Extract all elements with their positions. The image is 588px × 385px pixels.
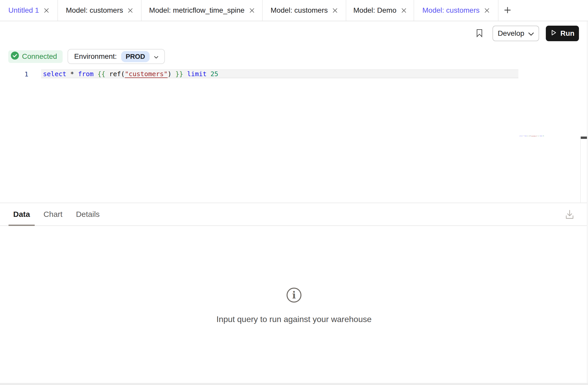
minimap-code-line: select * from {{ ref("customers") }} lim… xyxy=(519,136,528,137)
play-icon xyxy=(550,29,557,38)
empty-state: i Input query to run against your wareho… xyxy=(0,287,588,324)
new-tab-button[interactable] xyxy=(498,0,517,21)
editor-minimap[interactable]: select * from {{ ref("customers") }} lim… xyxy=(519,136,578,143)
status-row: Connected Environment: PROD xyxy=(8,49,165,64)
download-results-button[interactable] xyxy=(565,209,575,220)
code-token: {{ xyxy=(98,70,105,78)
close-tab-icon[interactable] xyxy=(332,8,338,13)
close-tab-icon[interactable] xyxy=(44,8,49,13)
tab-label: Model: customers xyxy=(422,6,480,15)
bookmark-icon xyxy=(476,29,483,38)
tab-untitled-1[interactable]: Untitled 1 xyxy=(0,0,58,21)
code-token: 25 xyxy=(210,70,218,78)
code-token xyxy=(94,70,98,78)
results-panel: Data Chart Details i Input query to run … xyxy=(0,203,588,383)
run-button[interactable]: Run xyxy=(546,26,579,41)
code-token: from xyxy=(78,70,93,78)
code-token: * xyxy=(66,70,78,78)
tab-label: Model: metricflow_time_spine xyxy=(149,6,245,15)
tab-chart[interactable]: Chart xyxy=(39,203,67,225)
tab-model-customers-3[interactable]: Model: customers xyxy=(414,0,498,21)
line-number: 1 xyxy=(22,70,31,78)
bookmark-button[interactable] xyxy=(476,29,483,38)
run-button-label: Run xyxy=(560,29,574,38)
tab-model-metricflow-time-spine[interactable]: Model: metricflow_time_spine xyxy=(142,0,263,21)
ref-link[interactable]: "customers" xyxy=(125,70,168,78)
window-scrollbar-gutter[interactable] xyxy=(587,21,588,383)
plus-icon xyxy=(503,6,512,15)
code-token xyxy=(207,70,210,78)
empty-state-message: Input query to run against your warehous… xyxy=(216,315,371,324)
environment-selector[interactable]: Environment: PROD xyxy=(68,49,165,64)
tab-model-customers-1[interactable]: Model: customers xyxy=(58,0,142,21)
code-token: ref( xyxy=(105,70,125,78)
tab-model-demo[interactable]: Model: Demo xyxy=(346,0,414,21)
environment-value-pill: PROD xyxy=(121,51,149,62)
connection-status-badge: Connected xyxy=(8,50,63,63)
scrollbar-thumb[interactable] xyxy=(581,137,587,139)
code-token: ) xyxy=(168,70,175,78)
develop-button-label: Develop xyxy=(498,29,524,38)
code-token: select xyxy=(43,70,66,78)
tab-label: Untitled 1 xyxy=(8,6,39,15)
tab-label: Model: customers xyxy=(271,6,328,15)
svg-text:i: i xyxy=(292,289,296,301)
close-tab-icon[interactable] xyxy=(249,8,255,13)
close-tab-icon[interactable] xyxy=(484,8,490,13)
results-tab-label: Chart xyxy=(43,210,62,219)
tab-label: Model: customers xyxy=(66,6,123,15)
chevron-down-icon xyxy=(154,52,158,61)
tab-data[interactable]: Data xyxy=(9,203,35,225)
connection-status-label: Connected xyxy=(22,52,57,61)
tab-label: Model: Demo xyxy=(353,6,396,15)
bottom-divider xyxy=(0,383,588,385)
results-tab-label: Data xyxy=(13,210,30,219)
code-token: limit xyxy=(187,70,207,78)
develop-button[interactable]: Develop xyxy=(493,26,539,41)
results-tab-bar: Data Chart Details xyxy=(0,203,588,226)
close-tab-icon[interactable] xyxy=(401,8,407,13)
check-circle-icon xyxy=(11,52,19,61)
tab-details[interactable]: Details xyxy=(71,203,104,225)
download-icon xyxy=(565,217,575,220)
code-line[interactable]: select * from {{ ref("customers") }} lim… xyxy=(43,70,218,78)
tab-bar: Untitled 1 Model: customers Model: metri… xyxy=(0,0,588,21)
results-tab-label: Details xyxy=(76,210,100,219)
environment-label: Environment: xyxy=(74,52,117,61)
info-circle-icon: i xyxy=(286,287,302,304)
code-token: }} xyxy=(175,70,183,78)
dbt-ide-window: Untitled 1 Model: customers Model: metri… xyxy=(0,0,588,385)
code-token xyxy=(183,70,187,78)
close-tab-icon[interactable] xyxy=(128,8,133,13)
chevron-down-icon xyxy=(528,29,534,38)
editor-toolbar: Develop Run xyxy=(0,22,588,45)
sql-code-editor[interactable]: 1 select * from {{ ref("customers") }} l… xyxy=(0,66,588,203)
tab-model-customers-2[interactable]: Model: customers xyxy=(263,0,346,21)
